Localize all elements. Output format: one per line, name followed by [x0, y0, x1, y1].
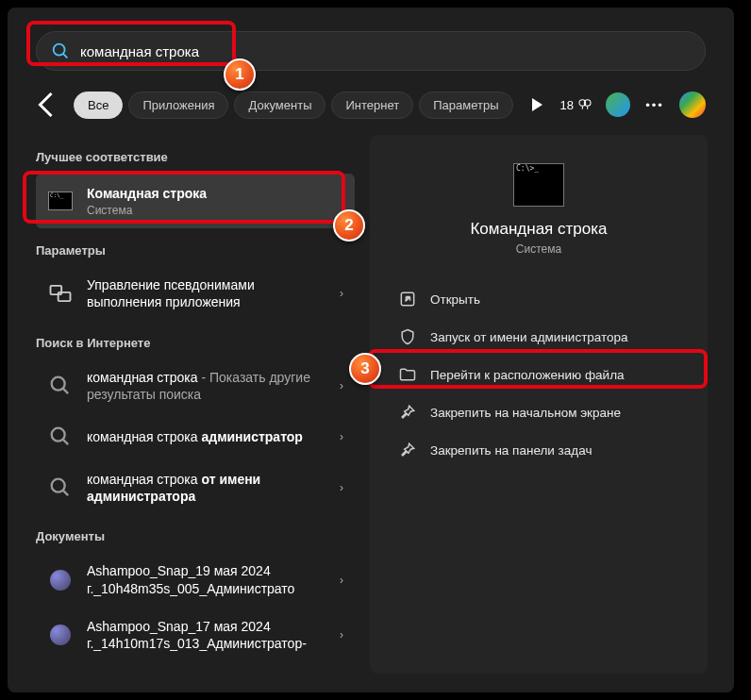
rewards-count: 18	[560, 98, 574, 112]
image-file-icon	[47, 622, 74, 648]
action-open-label: Открыть	[430, 292, 480, 307]
svg-line-1	[63, 54, 67, 58]
chevron-right-icon: ›	[340, 287, 343, 300]
search-icon	[47, 475, 74, 501]
toolbar-right: 18 •••	[525, 92, 706, 118]
web-item-2[interactable]: командная строка от имени администратора…	[36, 461, 355, 514]
doc-item-0[interactable]: Ashampoo_Snap_19 мая 2024 г._10h48m35s_0…	[36, 553, 355, 606]
preview-sub: Система	[391, 242, 687, 256]
search-icon	[47, 424, 74, 450]
shield-icon	[398, 327, 417, 346]
action-run-as-admin[interactable]: Запуск от имени администратора	[391, 318, 687, 356]
chevron-right-icon: ›	[340, 628, 343, 642]
callout-1: 1	[224, 58, 256, 91]
svg-point-0	[54, 44, 65, 56]
svg-point-10	[52, 479, 65, 492]
tab-docs[interactable]: Документы	[234, 92, 325, 119]
copilot-icon[interactable]	[679, 92, 706, 118]
svg-line-7	[63, 389, 68, 393]
svg-line-11	[63, 491, 68, 495]
doc-item-1[interactable]: Ashampoo_Snap_17 мая 2024 г._14h10m17s_0…	[36, 608, 355, 661]
action-pin-taskbar-label: Закрепить на панели задач	[430, 443, 592, 458]
preview-panel: Командная строка Система Открыть Запуск …	[370, 135, 708, 674]
svg-line-9	[63, 440, 68, 444]
svg-point-8	[52, 428, 65, 442]
pin-icon	[398, 441, 417, 459]
web-item-1[interactable]: командная строка администратор ›	[36, 414, 355, 459]
web-item-0[interactable]: командная строка - Показать другие резул…	[36, 359, 355, 412]
back-button[interactable]	[30, 88, 64, 122]
action-pin-start[interactable]: Закрепить на начальном экране	[391, 393, 687, 431]
results-panel: Лучшее соответствие Командная строка Сис…	[8, 131, 366, 692]
search-input[interactable]	[80, 43, 692, 59]
chevron-right-icon: ›	[340, 430, 343, 443]
best-match-item[interactable]: Командная строка Система	[36, 174, 355, 228]
chevron-right-icon: ›	[340, 379, 343, 392]
open-icon	[398, 290, 417, 308]
callout-2: 2	[333, 209, 365, 242]
action-open[interactable]: Открыть	[391, 280, 687, 318]
toolbar: Все Приложения Документы Интернет Параме…	[8, 82, 734, 131]
image-file-icon	[47, 567, 74, 593]
callout-3: 3	[349, 353, 381, 385]
alias-icon	[47, 280, 74, 307]
tab-apps[interactable]: Приложения	[128, 92, 228, 119]
settings-item[interactable]: Управление псевдонимами выполнения прило…	[36, 267, 355, 320]
search-icon	[50, 41, 71, 61]
user-avatar[interactable]	[606, 92, 630, 117]
section-docs: Документы	[36, 529, 355, 543]
cmd-icon	[47, 188, 74, 214]
tab-settings[interactable]: Параметры	[419, 92, 512, 119]
folder-icon	[398, 365, 417, 384]
svg-point-6	[52, 376, 65, 390]
search-bar[interactable]	[36, 31, 706, 71]
best-match-sub: Система	[87, 204, 343, 217]
chevron-right-icon: ›	[340, 481, 343, 494]
more-icon[interactable]: •••	[643, 93, 666, 116]
action-pin-start-label: Закрепить на начальном экране	[430, 406, 621, 420]
best-match-title: Командная строка	[87, 186, 207, 201]
preview-app-icon	[513, 163, 564, 207]
section-settings: Параметры	[36, 243, 355, 258]
more-filters-icon[interactable]	[525, 93, 547, 116]
rewards-counter[interactable]: 18	[560, 97, 592, 112]
action-location-label: Перейти к расположению файла	[430, 368, 625, 382]
action-admin-label: Запуск от имени администратора	[430, 330, 628, 344]
preview-title: Командная строка	[391, 220, 687, 239]
filter-chips: Все Приложения Документы Интернет Параме…	[74, 92, 513, 119]
chevron-right-icon: ›	[340, 574, 343, 587]
action-pin-taskbar[interactable]: Закрепить на панели задач	[391, 431, 687, 469]
search-icon	[47, 373, 74, 399]
settings-item-title: Управление псевдонимами выполнения прило…	[87, 276, 332, 310]
section-best-match: Лучшее соответствие	[36, 150, 355, 164]
action-open-location[interactable]: Перейти к расположению файла	[391, 356, 687, 393]
tab-all[interactable]: Все	[74, 92, 123, 119]
pin-icon	[398, 403, 417, 422]
search-window: Все Приложения Документы Интернет Параме…	[8, 8, 734, 692]
tab-web[interactable]: Интернет	[331, 92, 413, 119]
section-web: Поиск в Интернете	[36, 336, 355, 350]
